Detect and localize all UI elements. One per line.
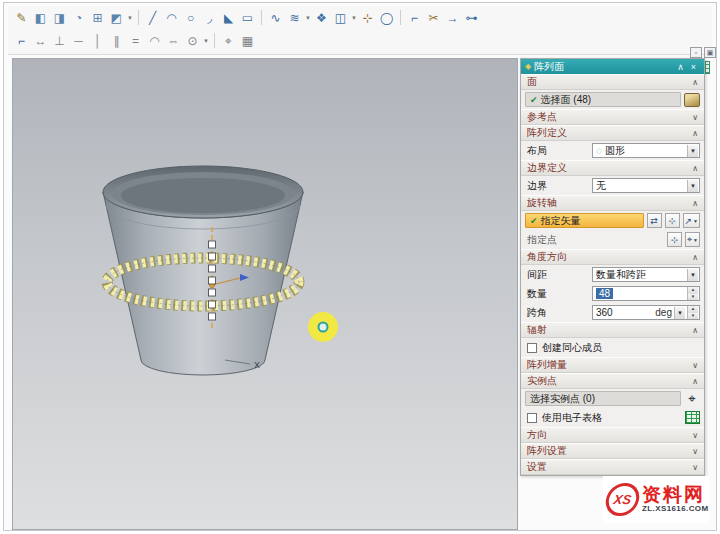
datum-plane-icon[interactable]: ◧ [31, 9, 50, 26]
span-angle-input[interactable]: 360 deg ▼ ▲ ▼ [592, 305, 700, 320]
quick-extend-icon[interactable]: → [443, 9, 462, 26]
group-radiate[interactable]: 辐射 ∧ [521, 322, 704, 338]
group-face[interactable]: 面 ∧ [521, 74, 704, 90]
specify-vector-field[interactable]: ✔ 指定矢量 [525, 213, 644, 228]
caret-down-icon[interactable]: ▼ [687, 269, 698, 281]
edit-spreadsheet-icon[interactable] [685, 411, 700, 424]
caret-down-icon[interactable]: ▼ [687, 180, 698, 192]
arc-icon[interactable]: ◠ [162, 9, 181, 26]
concentric-members-checkbox[interactable] [527, 343, 537, 353]
face-rule-icon[interactable] [684, 93, 700, 107]
studio-spline-icon[interactable]: ∿ [266, 9, 285, 26]
group-boundary-definition[interactable]: 边界定义 ∧ [521, 160, 704, 176]
constraints-caret[interactable]: ▼ [202, 38, 210, 44]
spacing-value: 数量和跨距 [596, 268, 684, 282]
snap-point-icon[interactable]: ⌖ [219, 32, 238, 49]
offset-curve-caret[interactable]: ▼ [304, 15, 312, 21]
point-menu-icon: ⌖ [687, 234, 692, 245]
more-features-caret[interactable]: ▼ [126, 15, 134, 21]
pin-dialog-icon[interactable]: ▣ [704, 47, 716, 58]
tangent-constraint-icon[interactable]: ◠ [145, 32, 164, 49]
mirror-curve-icon[interactable]: ◫ [331, 9, 350, 26]
count-input[interactable]: 48 ▲ ▼ [592, 286, 700, 301]
dialog-collapse-button[interactable]: ∧ [674, 62, 687, 72]
extrude-icon[interactable]: ◨ [50, 9, 69, 26]
chamfer-icon[interactable]: ◣ [219, 9, 238, 26]
vector-icon: ↗ [685, 216, 693, 226]
layout-dropdown[interactable]: ◌ 圆形 ▼ [592, 143, 700, 158]
ellipse-icon[interactable]: ◯ [377, 9, 396, 26]
direct-sketch-icon[interactable]: ✎ [12, 9, 31, 26]
bucket-model[interactable] [103, 192, 303, 375]
group-settings[interactable]: 设置 ∨ [521, 459, 704, 475]
parallel-constraint-icon[interactable]: ∥ [107, 32, 126, 49]
point-on-curve-icon[interactable]: ⊙ [183, 32, 202, 49]
make-corner-icon[interactable]: ⌐ [405, 9, 424, 26]
group-face-label: 面 [527, 75, 537, 89]
select-face-field[interactable]: ✔ 选择面 (48) [525, 92, 681, 107]
watermark-logo: XS [603, 483, 642, 516]
group-pattern-settings[interactable]: 阵列设置 ∨ [521, 443, 704, 459]
unite-icon[interactable]: ⊞ [88, 9, 107, 26]
group-instance-points[interactable]: 实例点 ∧ [521, 373, 704, 389]
quick-trim-icon[interactable]: ✂ [424, 9, 443, 26]
group-angle-direction[interactable]: 角度方向 ∧ [521, 249, 704, 265]
spinner-down-icon[interactable]: ▼ [688, 294, 698, 301]
revolve-icon[interactable]: ◔ [69, 9, 88, 26]
boundary-dropdown[interactable]: 无 ▼ [592, 178, 700, 193]
group-orientation[interactable]: 方向 ∨ [521, 427, 704, 443]
group-pattern-increment-label: 阵列增量 [527, 358, 567, 372]
group-reference-point[interactable]: 参考点 ∨ [521, 109, 704, 125]
boundary-value: 无 [596, 179, 684, 193]
line-icon[interactable]: ╱ [143, 9, 162, 26]
select-instance-points-field[interactable]: 选择实例点 (0) [525, 391, 681, 406]
symmetry-constraint-icon[interactable]: ⇔ [164, 32, 183, 49]
caret-down-icon[interactable]: ▼ [687, 145, 698, 157]
equal-constraint-icon[interactable]: = [126, 32, 145, 49]
spinner-down-icon[interactable]: ▼ [688, 313, 698, 320]
profile-icon[interactable]: ⌐ [12, 32, 31, 49]
viewport-canvas[interactable]: X [13, 59, 518, 530]
reverse-vector-button[interactable]: ⇄ [647, 213, 662, 228]
geometric-constraints-icon[interactable]: ⊥ [50, 32, 69, 49]
vector-dialog-button[interactable]: ⊹ [665, 213, 680, 228]
rectangle-icon[interactable]: ▭ [238, 9, 257, 26]
watermark-url: ZL.XS1616.COM [642, 505, 709, 513]
grid-icon[interactable]: ▦ [238, 32, 257, 49]
group-pattern-definition[interactable]: 阵列定义 ∧ [521, 125, 704, 141]
group-settings-label: 设置 [527, 460, 547, 474]
horizontal-constraint-icon[interactable]: ─ [69, 32, 88, 49]
caret-down-icon: ▼ [693, 218, 698, 224]
project-curve-icon[interactable]: ⊶ [462, 9, 481, 26]
vector-type-dropdown[interactable]: ↗ ▼ [683, 213, 701, 228]
chevron-up-icon: ∧ [692, 129, 698, 138]
axis-handles[interactable] [209, 241, 216, 320]
offset-curve-icon[interactable]: ≋ [285, 9, 304, 26]
inferred-dimensions-icon[interactable]: ↔ [31, 32, 50, 49]
vertical-constraint-icon[interactable]: │ [88, 32, 107, 49]
3d-viewport[interactable]: X [12, 58, 518, 530]
unit-dropdown-caret[interactable]: ▼ [674, 307, 685, 319]
group-rotation-axis[interactable]: 旋转轴 ∧ [521, 195, 704, 211]
point-type-dropdown[interactable]: ⌖ ▼ [685, 232, 700, 247]
span-angle-spinner[interactable]: ▲ ▼ [687, 306, 698, 319]
use-spreadsheet-checkbox[interactable] [527, 413, 537, 423]
restore-window-icon[interactable]: ▫ [690, 47, 702, 58]
point-constructor-icon[interactable]: ⌖ [684, 391, 700, 407]
edge-blend-icon[interactable]: ◩ [107, 9, 126, 26]
circle-icon[interactable]: ○ [181, 9, 200, 26]
group-pattern-increment[interactable]: 阵列增量 ∨ [521, 357, 704, 373]
spacing-dropdown[interactable]: 数量和跨距 ▼ [592, 267, 700, 282]
select-face-label: 选择面 (48) [541, 93, 592, 107]
point-icon[interactable]: ⊹ [358, 9, 377, 26]
toolbar-row-2: ⌐↔⊥─│∥=◠⇔⊙▼⌖▦ [8, 29, 712, 52]
point-dialog-button[interactable]: ⊹ [667, 232, 682, 247]
fillet-icon[interactable]: ◞ [200, 9, 219, 26]
pattern-curve-icon[interactable]: ❖ [312, 9, 331, 26]
group-rotation-axis-label: 旋转轴 [527, 196, 557, 210]
annotation-highlight [308, 312, 338, 342]
mirror-curve-caret[interactable]: ▼ [350, 15, 358, 21]
dialog-close-button[interactable]: × [687, 62, 700, 72]
count-spinner[interactable]: ▲ ▼ [687, 287, 698, 300]
dialog-titlebar[interactable]: ◈ 阵列面 ∧ × [521, 59, 704, 74]
